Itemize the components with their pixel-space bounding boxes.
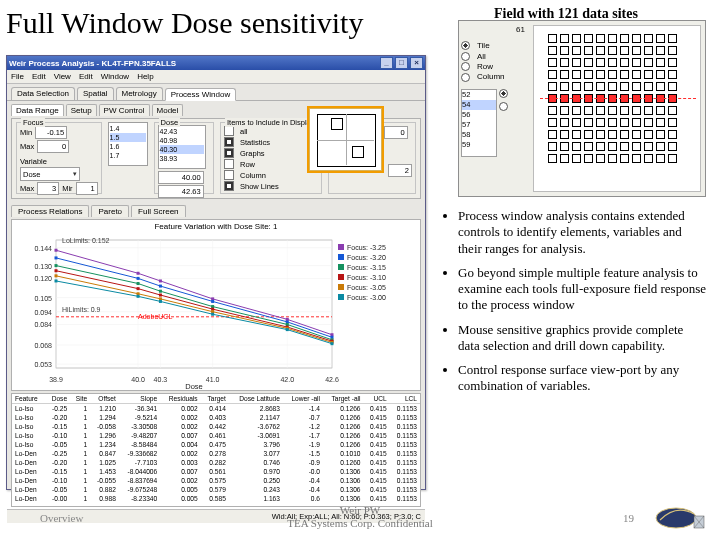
site-cell[interactable]	[668, 142, 677, 151]
site-cell[interactable]	[632, 82, 641, 91]
dose-max-input[interactable]: 42.63	[158, 185, 204, 198]
site-cell[interactable]	[620, 130, 629, 139]
tab-process-window[interactable]: Process Window	[165, 88, 237, 101]
list-item[interactable]: 42.43	[160, 127, 204, 136]
site-cell[interactable]	[596, 130, 605, 139]
site-cell[interactable]	[560, 58, 569, 67]
site-cell[interactable]	[608, 106, 617, 115]
chart-area[interactable]: Feature Variation with Dose Site: 1 0.14…	[11, 219, 421, 391]
site-cell[interactable]	[608, 58, 617, 67]
col-header[interactable]: Offset	[90, 394, 119, 404]
site-cell[interactable]	[608, 142, 617, 151]
site-cell[interactable]	[560, 70, 569, 79]
site-cell[interactable]	[656, 70, 665, 79]
site-cell[interactable]	[572, 34, 581, 43]
chk-all[interactable]	[224, 126, 237, 136]
menu-item[interactable]: View	[54, 72, 71, 81]
tab-full-screen[interactable]: Full Screen	[131, 205, 185, 217]
site-marker[interactable]	[331, 118, 343, 130]
col-header[interactable]: LCL	[390, 394, 420, 404]
site-cell[interactable]	[572, 70, 581, 79]
tab-process-relations[interactable]: Process Relations	[11, 205, 89, 217]
chk-row[interactable]	[224, 159, 237, 169]
site-cell[interactable]	[656, 118, 665, 127]
subtab-model[interactable]: Model	[152, 104, 184, 116]
table-row[interactable]: Lo-Den-0.101-0.055-8.8376940.0020.5750.2…	[12, 476, 420, 485]
site-cell[interactable]	[572, 82, 581, 91]
site-cell[interactable]	[584, 118, 593, 127]
minimize-button[interactable]: _	[380, 57, 393, 69]
site-cell[interactable]	[620, 118, 629, 127]
site-cell[interactable]	[656, 130, 665, 139]
col-header[interactable]: Residuals	[160, 394, 201, 404]
site-marker[interactable]	[352, 146, 364, 158]
site-cell[interactable]	[632, 58, 641, 67]
site-cell[interactable]	[668, 46, 677, 55]
list-item[interactable]: 58	[462, 130, 496, 140]
site-cell[interactable]	[644, 142, 653, 151]
site-cell[interactable]	[596, 154, 605, 163]
close-button[interactable]: ×	[410, 57, 423, 69]
table-row[interactable]: Lo-Iso-0.1011.296-9.482070.0070.461-3.06…	[12, 431, 420, 440]
list-item[interactable]: 40.30	[160, 145, 204, 154]
site-cell[interactable]	[668, 34, 677, 43]
site-cell[interactable]	[620, 142, 629, 151]
site-cell[interactable]	[584, 130, 593, 139]
site-cell[interactable]	[644, 70, 653, 79]
mir-input[interactable]: 1	[76, 182, 98, 195]
col-header[interactable]: Dose Latitude	[229, 394, 283, 404]
site-cell[interactable]	[596, 34, 605, 43]
dose-min-input[interactable]: 40.00	[158, 171, 204, 184]
list-item[interactable]: 1.5	[110, 133, 146, 142]
site-cell[interactable]	[560, 34, 569, 43]
subtab-pw-control[interactable]: PW Control	[99, 104, 150, 116]
site-cell[interactable]	[560, 46, 569, 55]
table-row[interactable]: Lo-Den-0.0010.988-8.233400.0050.5851.163…	[12, 494, 420, 503]
site-cell[interactable]	[560, 130, 569, 139]
subtab-setup[interactable]: Setup	[66, 104, 97, 116]
site-cell[interactable]	[548, 142, 557, 151]
site-cell[interactable]	[644, 58, 653, 67]
site-cell[interactable]	[608, 130, 617, 139]
menu-item[interactable]: File	[11, 72, 24, 81]
site-cell[interactable]	[668, 70, 677, 79]
cell-count[interactable]: 2	[388, 164, 412, 177]
site-cell[interactable]	[644, 106, 653, 115]
site-cell[interactable]	[572, 142, 581, 151]
table-row[interactable]: Lo-Den-0.0510.882-9.6752480.0050.5790.24…	[12, 485, 420, 494]
col-header[interactable]: Site	[70, 394, 90, 404]
window-titlebar[interactable]: Weir Process Analysis - KL4T-FPN.35FALLS…	[7, 56, 425, 70]
table-row[interactable]: Lo-Den-0.2011.025-7.71030.0030.2820.746-…	[12, 458, 420, 467]
site-cell[interactable]	[584, 34, 593, 43]
list-item[interactable]: 57	[462, 120, 496, 130]
site-cell[interactable]	[572, 118, 581, 127]
subtab-data-range[interactable]: Data Range	[11, 104, 64, 116]
site-cell[interactable]	[608, 82, 617, 91]
site-cell[interactable]	[560, 106, 569, 115]
site-cell[interactable]	[584, 70, 593, 79]
site-cell[interactable]	[620, 46, 629, 55]
site-cell[interactable]	[572, 130, 581, 139]
site-cell[interactable]	[644, 118, 653, 127]
site-cell[interactable]	[668, 58, 677, 67]
site-cell[interactable]	[596, 58, 605, 67]
site-cell[interactable]	[632, 106, 641, 115]
tab-pareto[interactable]: Pareto	[91, 205, 129, 217]
site-cell[interactable]	[632, 70, 641, 79]
menu-item[interactable]: Help	[137, 72, 153, 81]
list-item[interactable]: 54	[462, 100, 496, 110]
list-item[interactable]: 1.4	[110, 124, 146, 133]
site-cell[interactable]	[668, 154, 677, 163]
site-cell[interactable]	[548, 58, 557, 67]
site-cell[interactable]	[596, 118, 605, 127]
site-cell[interactable]	[608, 70, 617, 79]
site-cell[interactable]	[572, 58, 581, 67]
list-item[interactable]: 40.98	[160, 136, 204, 145]
site-cell[interactable]	[548, 46, 557, 55]
site-cell[interactable]	[548, 154, 557, 163]
table-row[interactable]: Lo-Den-0.1511.453-8.0440060.0070.5610.97…	[12, 467, 420, 476]
site-cell[interactable]	[596, 106, 605, 115]
variable-dropdown[interactable]: Dose▾	[20, 167, 80, 181]
col-header[interactable]: UCL	[364, 394, 390, 404]
col-header[interactable]: Target	[201, 394, 229, 404]
